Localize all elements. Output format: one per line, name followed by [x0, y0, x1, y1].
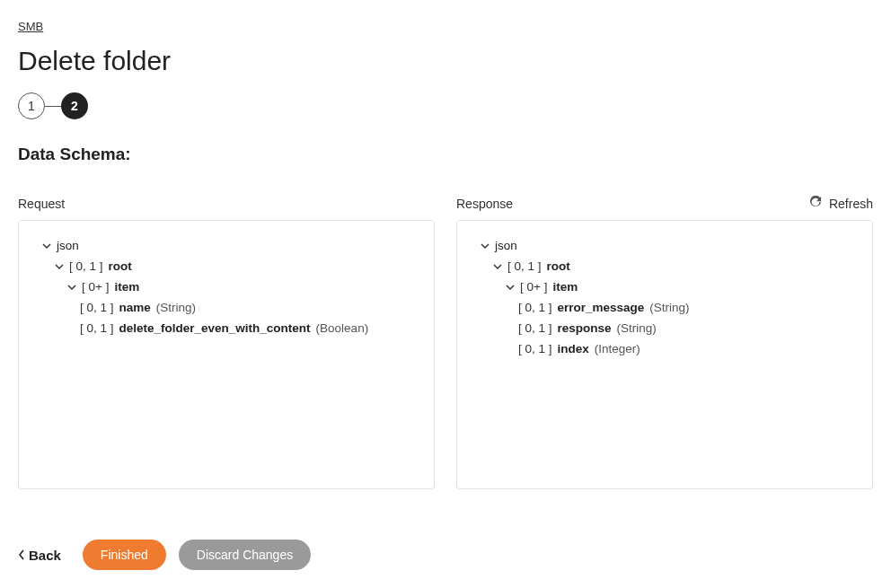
- stepper: 1 2: [18, 92, 873, 119]
- tree-node-json[interactable]: json: [30, 235, 423, 256]
- chevron-down-icon[interactable]: [481, 241, 490, 250]
- tree-node-json[interactable]: json: [468, 235, 861, 256]
- step-connector: [45, 106, 61, 107]
- back-label: Back: [29, 548, 61, 563]
- node-cardinality: [ 0+ ]: [520, 280, 547, 294]
- tree-node-root[interactable]: [ 0, 1 ] root: [30, 256, 423, 276]
- node-label: json: [57, 239, 79, 252]
- node-name: item: [114, 280, 139, 294]
- node-cardinality: [ 0, 1 ]: [518, 321, 552, 335]
- tree-node-response[interactable]: [ 0, 1 ] response (String): [468, 318, 861, 338]
- node-name: delete_folder_even_with_content: [119, 321, 311, 335]
- back-button[interactable]: Back: [18, 548, 61, 563]
- tree-node-item[interactable]: [ 0+ ] item: [30, 276, 423, 297]
- node-cardinality: [ 0, 1 ]: [518, 342, 552, 355]
- node-name: root: [547, 259, 570, 273]
- breadcrumb-smb[interactable]: SMB: [18, 20, 43, 33]
- node-name: name: [119, 301, 151, 314]
- discard-changes-button[interactable]: Discard Changes: [179, 540, 311, 570]
- step-1[interactable]: 1: [18, 92, 45, 119]
- response-schema-box: json [ 0, 1 ] root [ 0+ ] item [ 0, 1 ] …: [456, 220, 873, 489]
- refresh-icon: [809, 196, 822, 211]
- chevron-down-icon[interactable]: [55, 262, 64, 271]
- node-cardinality: [ 0, 1 ]: [507, 259, 542, 273]
- response-column: Response Refresh json [ 0, 1 ] root [ 0+…: [456, 186, 873, 489]
- node-type: (Integer): [595, 342, 640, 355]
- tree-node-item[interactable]: [ 0+ ] item: [468, 276, 861, 297]
- node-type: (Boolean): [316, 321, 369, 335]
- chevron-down-icon[interactable]: [506, 283, 515, 292]
- node-label: json: [495, 239, 517, 252]
- request-schema-box: json [ 0, 1 ] root [ 0+ ] item [ 0, 1 ] …: [18, 220, 435, 489]
- step-2[interactable]: 2: [61, 92, 88, 119]
- tree-node-index[interactable]: [ 0, 1 ] index (Integer): [468, 338, 861, 359]
- node-name: response: [558, 321, 612, 335]
- finished-button[interactable]: Finished: [83, 540, 166, 570]
- request-column: Request json [ 0, 1 ] root [ 0+ ] item […: [18, 186, 435, 489]
- tree-node-root[interactable]: [ 0, 1 ] root: [468, 256, 861, 276]
- chevron-down-icon[interactable]: [42, 241, 51, 250]
- node-cardinality: [ 0, 1 ]: [80, 321, 114, 335]
- node-cardinality: [ 0+ ]: [82, 280, 109, 294]
- chevron-down-icon[interactable]: [67, 283, 76, 292]
- node-type: (String): [617, 321, 657, 335]
- request-label: Request: [18, 197, 65, 211]
- tree-node-name[interactable]: [ 0, 1 ] name (String): [30, 297, 423, 318]
- chevron-left-icon: [18, 548, 25, 563]
- node-cardinality: [ 0, 1 ]: [518, 301, 552, 314]
- node-cardinality: [ 0, 1 ]: [80, 301, 114, 314]
- node-name: item: [552, 280, 578, 294]
- refresh-button[interactable]: Refresh: [809, 196, 873, 211]
- response-label: Response: [456, 197, 513, 211]
- node-type: (String): [156, 301, 196, 314]
- node-name: index: [558, 342, 589, 355]
- footer-actions: Back Finished Discard Changes: [18, 540, 311, 570]
- node-type: (String): [649, 301, 689, 314]
- node-cardinality: [ 0, 1 ]: [69, 259, 103, 273]
- schema-heading: Data Schema:: [18, 145, 873, 164]
- schema-area: Request json [ 0, 1 ] root [ 0+ ] item […: [18, 186, 873, 489]
- node-name: error_message: [558, 301, 645, 314]
- page-title: Delete folder: [18, 46, 873, 76]
- tree-node-delete-folder[interactable]: [ 0, 1 ] delete_folder_even_with_content…: [30, 318, 423, 338]
- refresh-label: Refresh: [829, 197, 873, 211]
- chevron-down-icon[interactable]: [493, 262, 502, 271]
- tree-node-error-message[interactable]: [ 0, 1 ] error_message (String): [468, 297, 861, 318]
- node-name: root: [109, 259, 132, 273]
